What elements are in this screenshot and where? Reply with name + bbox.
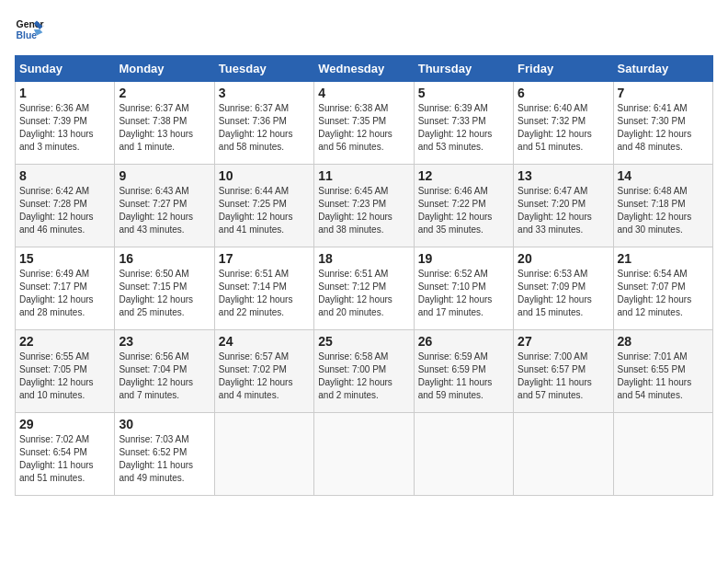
day-info: Sunrise: 6:48 AMSunset: 7:18 PMDaylight:… — [618, 185, 709, 236]
day-info: Sunrise: 6:43 AMSunset: 7:27 PMDaylight:… — [119, 185, 210, 236]
day-info: Sunrise: 6:52 AMSunset: 7:10 PMDaylight:… — [418, 268, 509, 319]
calendar-cell: 18Sunrise: 6:51 AMSunset: 7:12 PMDayligh… — [314, 247, 414, 330]
calendar-cell: 2Sunrise: 6:37 AMSunset: 7:38 PMDaylight… — [115, 82, 214, 165]
calendar-cell — [314, 413, 414, 496]
column-header-saturday: Saturday — [613, 56, 712, 82]
day-number: 12 — [418, 168, 509, 183]
calendar-cell: 14Sunrise: 6:48 AMSunset: 7:18 PMDayligh… — [613, 165, 712, 247]
calendar-cell: 9Sunrise: 6:43 AMSunset: 7:27 PMDaylight… — [115, 165, 214, 247]
day-info: Sunrise: 6:37 AMSunset: 7:38 PMDaylight:… — [119, 102, 210, 154]
calendar-cell — [514, 413, 613, 496]
calendar-cell: 16Sunrise: 6:50 AMSunset: 7:15 PMDayligh… — [115, 247, 214, 330]
day-number: 13 — [518, 168, 609, 183]
day-number: 5 — [418, 86, 509, 100]
day-number: 9 — [119, 168, 210, 183]
day-number: 17 — [219, 251, 310, 266]
calendar-cell: 6Sunrise: 6:40 AMSunset: 7:32 PMDaylight… — [514, 82, 613, 165]
day-number: 6 — [518, 86, 609, 100]
calendar-cell: 24Sunrise: 6:57 AMSunset: 7:02 PMDayligh… — [214, 330, 313, 413]
calendar-cell: 3Sunrise: 6:37 AMSunset: 7:36 PMDaylight… — [214, 82, 313, 165]
calendar-cell: 5Sunrise: 6:39 AMSunset: 7:33 PMDaylight… — [414, 82, 513, 165]
column-header-sunday: Sunday — [16, 56, 115, 82]
day-info: Sunrise: 6:37 AMSunset: 7:36 PMDaylight:… — [219, 102, 310, 154]
column-header-wednesday: Wednesday — [314, 56, 414, 82]
day-info: Sunrise: 6:54 AMSunset: 7:07 PMDaylight:… — [618, 268, 709, 319]
day-info: Sunrise: 6:57 AMSunset: 7:02 PMDaylight:… — [219, 350, 310, 402]
day-number: 2 — [119, 86, 210, 100]
day-info: Sunrise: 6:38 AMSunset: 7:35 PMDaylight:… — [318, 102, 409, 154]
week-row-1: 1Sunrise: 6:36 AMSunset: 7:39 PMDaylight… — [16, 82, 713, 165]
day-info: Sunrise: 6:56 AMSunset: 7:04 PMDaylight:… — [119, 350, 210, 402]
day-info: Sunrise: 6:39 AMSunset: 7:33 PMDaylight:… — [418, 102, 509, 154]
column-header-thursday: Thursday — [414, 56, 513, 82]
day-number: 1 — [19, 86, 110, 100]
calendar-cell — [414, 413, 513, 496]
day-info: Sunrise: 7:00 AMSunset: 6:57 PMDaylight:… — [518, 350, 609, 402]
calendar-cell: 15Sunrise: 6:49 AMSunset: 7:17 PMDayligh… — [16, 247, 115, 330]
column-header-monday: Monday — [115, 56, 214, 82]
calendar-cell: 1Sunrise: 6:36 AMSunset: 7:39 PMDaylight… — [16, 82, 115, 165]
day-info: Sunrise: 6:41 AMSunset: 7:30 PMDaylight:… — [618, 102, 709, 154]
calendar-cell: 10Sunrise: 6:44 AMSunset: 7:25 PMDayligh… — [214, 165, 313, 247]
calendar-cell: 13Sunrise: 6:47 AMSunset: 7:20 PMDayligh… — [514, 165, 613, 247]
day-number: 15 — [19, 251, 110, 266]
calendar-cell: 29Sunrise: 7:02 AMSunset: 6:54 PMDayligh… — [16, 413, 115, 496]
calendar-cell — [214, 413, 313, 496]
day-number: 25 — [318, 334, 409, 349]
calendar-cell: 28Sunrise: 7:01 AMSunset: 6:55 PMDayligh… — [613, 330, 712, 413]
day-number: 7 — [618, 86, 709, 100]
calendar-cell: 17Sunrise: 6:51 AMSunset: 7:14 PMDayligh… — [214, 247, 313, 330]
day-info: Sunrise: 6:55 AMSunset: 7:05 PMDaylight:… — [19, 350, 110, 402]
day-info: Sunrise: 6:42 AMSunset: 7:28 PMDaylight:… — [19, 185, 110, 236]
day-info: Sunrise: 6:51 AMSunset: 7:12 PMDaylight:… — [318, 268, 409, 319]
header-row: SundayMondayTuesdayWednesdayThursdayFrid… — [16, 56, 713, 82]
day-number: 8 — [19, 168, 110, 183]
day-info: Sunrise: 6:44 AMSunset: 7:25 PMDaylight:… — [219, 185, 310, 236]
day-number: 23 — [119, 334, 210, 349]
day-number: 11 — [318, 168, 409, 183]
day-number: 29 — [19, 417, 110, 431]
day-number: 18 — [318, 251, 409, 266]
day-info: Sunrise: 6:53 AMSunset: 7:09 PMDaylight:… — [518, 268, 609, 319]
calendar-cell: 20Sunrise: 6:53 AMSunset: 7:09 PMDayligh… — [514, 247, 613, 330]
day-number: 30 — [119, 417, 210, 431]
calendar-cell — [613, 413, 712, 496]
day-info: Sunrise: 7:02 AMSunset: 6:54 PMDaylight:… — [19, 433, 110, 485]
day-info: Sunrise: 6:45 AMSunset: 7:23 PMDaylight:… — [318, 185, 409, 236]
day-info: Sunrise: 6:40 AMSunset: 7:32 PMDaylight:… — [518, 102, 609, 154]
day-number: 21 — [618, 251, 709, 266]
day-number: 20 — [518, 251, 609, 266]
day-number: 22 — [19, 334, 110, 349]
svg-text:Blue: Blue — [17, 30, 38, 40]
day-info: Sunrise: 6:49 AMSunset: 7:17 PMDaylight:… — [19, 268, 110, 319]
day-number: 19 — [418, 251, 509, 266]
calendar-cell: 4Sunrise: 6:38 AMSunset: 7:35 PMDaylight… — [314, 82, 414, 165]
calendar-cell: 26Sunrise: 6:59 AMSunset: 6:59 PMDayligh… — [414, 330, 513, 413]
day-info: Sunrise: 6:51 AMSunset: 7:14 PMDaylight:… — [219, 268, 310, 319]
calendar-cell: 22Sunrise: 6:55 AMSunset: 7:05 PMDayligh… — [16, 330, 115, 413]
day-info: Sunrise: 6:47 AMSunset: 7:20 PMDaylight:… — [518, 185, 609, 236]
week-row-4: 22Sunrise: 6:55 AMSunset: 7:05 PMDayligh… — [16, 330, 713, 413]
day-number: 26 — [418, 334, 509, 349]
calendar-cell: 11Sunrise: 6:45 AMSunset: 7:23 PMDayligh… — [314, 165, 414, 247]
day-number: 16 — [119, 251, 210, 266]
calendar-cell: 8Sunrise: 6:42 AMSunset: 7:28 PMDaylight… — [16, 165, 115, 247]
logo: General Blue — [15, 15, 44, 44]
calendar-table: SundayMondayTuesdayWednesdayThursdayFrid… — [15, 55, 713, 496]
day-number: 24 — [219, 334, 310, 349]
calendar-cell: 23Sunrise: 6:56 AMSunset: 7:04 PMDayligh… — [115, 330, 214, 413]
page-header: General Blue — [15, 15, 713, 44]
calendar-cell: 30Sunrise: 7:03 AMSunset: 6:52 PMDayligh… — [115, 413, 214, 496]
logo-icon: General Blue — [15, 15, 44, 44]
calendar-cell: 7Sunrise: 6:41 AMSunset: 7:30 PMDaylight… — [613, 82, 712, 165]
day-info: Sunrise: 6:46 AMSunset: 7:22 PMDaylight:… — [418, 185, 509, 236]
day-info: Sunrise: 6:59 AMSunset: 6:59 PMDaylight:… — [418, 350, 509, 402]
calendar-cell: 21Sunrise: 6:54 AMSunset: 7:07 PMDayligh… — [613, 247, 712, 330]
day-number: 4 — [318, 86, 409, 100]
calendar-cell: 19Sunrise: 6:52 AMSunset: 7:10 PMDayligh… — [414, 247, 513, 330]
day-info: Sunrise: 7:01 AMSunset: 6:55 PMDaylight:… — [618, 350, 709, 402]
day-info: Sunrise: 7:03 AMSunset: 6:52 PMDaylight:… — [119, 433, 210, 485]
calendar-cell: 25Sunrise: 6:58 AMSunset: 7:00 PMDayligh… — [314, 330, 414, 413]
week-row-5: 29Sunrise: 7:02 AMSunset: 6:54 PMDayligh… — [16, 413, 713, 496]
day-number: 27 — [518, 334, 609, 349]
